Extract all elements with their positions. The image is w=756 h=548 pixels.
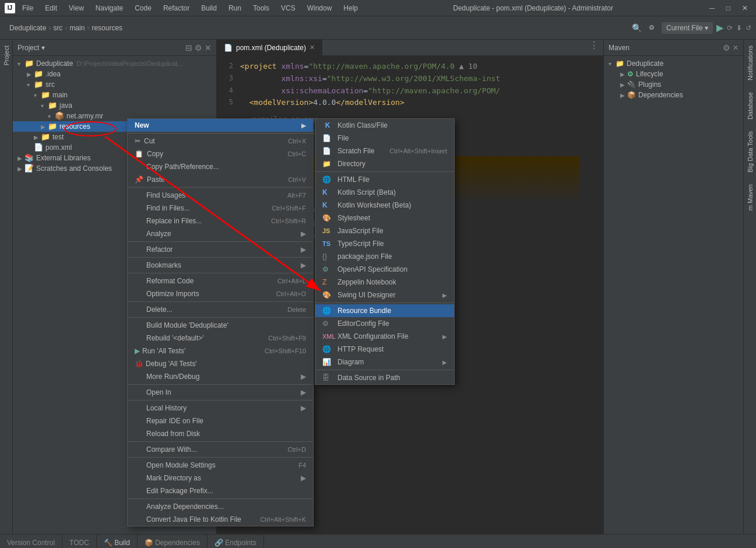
menu-build[interactable]: Build [199, 3, 219, 13]
menu-vcs[interactable]: VCS [279, 3, 298, 13]
sub-item-openapi[interactable]: ⚙ OpenAPI Specification [315, 263, 454, 276]
context-item-refactor[interactable]: Refactor ▶ [128, 243, 313, 256]
tab-dependencies[interactable]: 📦 Dependencies [138, 535, 208, 548]
context-item-find-usages[interactable]: Find Usages Alt+F7 [128, 189, 313, 202]
sub-item-datasource[interactable]: 🗄 Data Source in Path [315, 371, 454, 384]
context-item-copy-path[interactable]: Copy Path/Reference... [128, 160, 313, 173]
bigdata-tab[interactable]: Big Data Tools [745, 128, 755, 176]
maven-close-icon[interactable]: ✕ [733, 44, 739, 52]
close-tab-icon[interactable]: ✕ [310, 44, 315, 51]
context-item-replace-in-files[interactable]: Replace in Files... Ctrl+Shift+R [128, 215, 313, 227]
tab-todc[interactable]: TODC [62, 535, 97, 548]
sub-item-xml-config[interactable]: XML XML Configuration File ▶ [315, 330, 454, 343]
toolbar-icon-3[interactable]: ↺ [746, 24, 751, 32]
current-file-dropdown[interactable]: Current File ▾ [662, 22, 713, 34]
context-item-analyze-deps[interactable]: Analyze Dependencies... [128, 500, 313, 513]
context-item-run-tests[interactable]: ▶ Run 'All Tests' Ctrl+Shift+F10 [128, 345, 313, 357]
sub-item-package-json[interactable]: {} package.json File [315, 250, 454, 263]
sub-item-kotlin-class[interactable]: K Kotlin Class/File [315, 119, 454, 132]
settings-icon[interactable]: ⚙ [195, 43, 202, 52]
menu-bar[interactable]: File Edit View Navigate Code Refactor Bu… [20, 3, 360, 13]
context-item-delete[interactable]: Delete... Delete [128, 303, 313, 316]
tab-endpoints[interactable]: 🔗 Endpoints [208, 535, 264, 548]
context-item-rebuild[interactable]: Rebuild '<default>' Ctrl+Shift+F9 [128, 332, 313, 345]
breadcrumb-src[interactable]: src [53, 24, 62, 32]
sub-item-http-request[interactable]: 🌐 HTTP Request [315, 343, 454, 356]
menu-refactor[interactable]: Refactor [161, 3, 192, 13]
tree-item-src[interactable]: ▾ 📁 src [13, 79, 216, 90]
context-item-find-in-files[interactable]: Find in Files... Ctrl+Shift+F [128, 202, 313, 215]
sub-item-stylesheet[interactable]: 🎨 Stylesheet [315, 212, 454, 224]
menu-code[interactable]: Code [132, 3, 154, 13]
tree-item-idea[interactable]: ▶ 📁 .idea [13, 69, 216, 79]
sub-item-scratch[interactable]: 📄 Scratch File Ctrl+Alt+Shift+Insert [315, 145, 454, 157]
context-item-paste[interactable]: 📌 Paste Ctrl+V [128, 173, 313, 186]
toolbar-icon-2[interactable]: ⬇ [736, 24, 742, 32]
toolbar-icon-1[interactable]: ⟳ [727, 24, 733, 32]
menu-tools[interactable]: Tools [251, 3, 272, 13]
sub-item-swing-designer[interactable]: 🎨 Swing UI Designer ▶ [315, 289, 454, 301]
notifications-tab[interactable]: Notifications [745, 42, 755, 84]
minimize-button[interactable]: ─ [706, 3, 718, 13]
context-item-bookmarks[interactable]: Bookmarks ▶ [128, 259, 313, 272]
sub-item-typescript[interactable]: TS TypeScript File [315, 237, 454, 250]
maven-item-deduplicate[interactable]: ▾ 📁 Deduplicate [604, 58, 743, 69]
hide-icon[interactable]: ✕ [205, 43, 212, 52]
menu-window[interactable]: Window [305, 3, 335, 13]
sub-item-html[interactable]: 🌐 HTML File [315, 173, 454, 186]
search-icon[interactable]: 🔍 [632, 23, 642, 33]
context-item-optimize-imports[interactable]: Optimize Imports Ctrl+Alt+O [128, 287, 313, 300]
context-item-compare[interactable]: Compare With... Ctrl+D [128, 443, 313, 456]
context-item-edit-prefix[interactable]: Edit Package Prefix... [128, 484, 313, 497]
sub-item-directory[interactable]: 📁 Directory [315, 157, 454, 170]
menu-file[interactable]: File [20, 3, 36, 13]
window-controls[interactable]: ─ □ ✕ [706, 3, 751, 13]
sub-item-file[interactable]: 📄 File [315, 132, 454, 145]
context-item-analyze[interactable]: Analyze ▶ [128, 227, 313, 240]
database-tab[interactable]: Database [745, 89, 755, 123]
context-item-debug-tests[interactable]: 🐞 Debug 'All Tests' [128, 357, 313, 370]
sub-item-editorconfig[interactable]: ⚙ EditorConfig File [315, 317, 454, 330]
sub-item-diagram[interactable]: 📊 Diagram ▶ [315, 356, 454, 368]
maven-settings-icon[interactable]: ⚙ [723, 43, 730, 52]
maven-item-dependencies[interactable]: ▶ 📦 Dependencies [604, 90, 743, 100]
breadcrumb-resources[interactable]: resources [92, 24, 122, 32]
context-item-repair-ide[interactable]: Repair IDE on File [128, 414, 313, 427]
tree-item-deduplicate[interactable]: ▾ 📁 Deduplicate D:\Projects\IdeaProjects… [13, 58, 216, 69]
maven-item-lifecycle[interactable]: ▶ ⚙ Lifecycle [604, 69, 743, 79]
tab-pomxml[interactable]: 📄 pom.xml (Deduplicate) ✕ [217, 40, 322, 55]
close-button[interactable]: ✕ [739, 3, 751, 13]
tab-build[interactable]: 🔨 Build [97, 535, 138, 548]
maven-side-tab[interactable]: m Maven [745, 181, 755, 214]
menu-navigate[interactable]: Navigate [93, 3, 125, 13]
run-icon[interactable]: ▶ [716, 22, 723, 33]
context-menu-new[interactable]: New ▶ [128, 119, 313, 132]
maven-item-plugins[interactable]: ▶ 🔌 Plugins [604, 79, 743, 90]
menu-edit[interactable]: Edit [43, 3, 59, 13]
breadcrumb-deduplicate[interactable]: Deduplicate [9, 24, 46, 32]
context-item-open-in[interactable]: Open In ▶ [128, 386, 313, 399]
context-item-build-module[interactable]: Build Module 'Deduplicate' [128, 319, 313, 332]
context-item-module-settings[interactable]: Open Module Settings F4 [128, 459, 313, 472]
project-tab[interactable]: Project [1, 42, 12, 69]
tree-item-main[interactable]: ▾ 📁 main [13, 90, 216, 100]
context-item-cut[interactable]: ✂ Cut Ctrl+X [128, 135, 313, 147]
context-item-local-history[interactable]: Local History ▶ [128, 402, 313, 414]
context-item-more-run[interactable]: More Run/Debug ▶ [128, 370, 313, 383]
context-item-reload[interactable]: Reload from Disk [128, 427, 313, 440]
sub-item-zeppelin[interactable]: Z Zeppelin Notebook [315, 276, 454, 289]
menu-help[interactable]: Help [341, 3, 360, 13]
menu-view[interactable]: View [66, 3, 86, 13]
menu-run[interactable]: Run [226, 3, 244, 13]
maximize-button[interactable]: □ [723, 3, 734, 13]
sub-item-kotlin-worksheet[interactable]: K Kotlin Worksheet (Beta) [315, 199, 454, 212]
context-item-mark-directory[interactable]: Mark Directory as ▶ [128, 472, 313, 484]
collapse-all-icon[interactable]: ⊟ [185, 43, 192, 52]
settings-button[interactable]: ⚙ [645, 22, 658, 33]
context-item-copy[interactable]: 📋 Copy Ctrl+C [128, 147, 313, 160]
sub-item-javascript[interactable]: JS JavaScript File [315, 224, 454, 237]
context-item-convert-kotlin[interactable]: Convert Java File to Kotlin File Ctrl+Al… [128, 513, 313, 526]
tab-settings-icon[interactable]: ⋮ [585, 40, 603, 55]
tab-version-control[interactable]: Version Control [0, 535, 62, 548]
breadcrumb-main[interactable]: main [69, 24, 85, 32]
